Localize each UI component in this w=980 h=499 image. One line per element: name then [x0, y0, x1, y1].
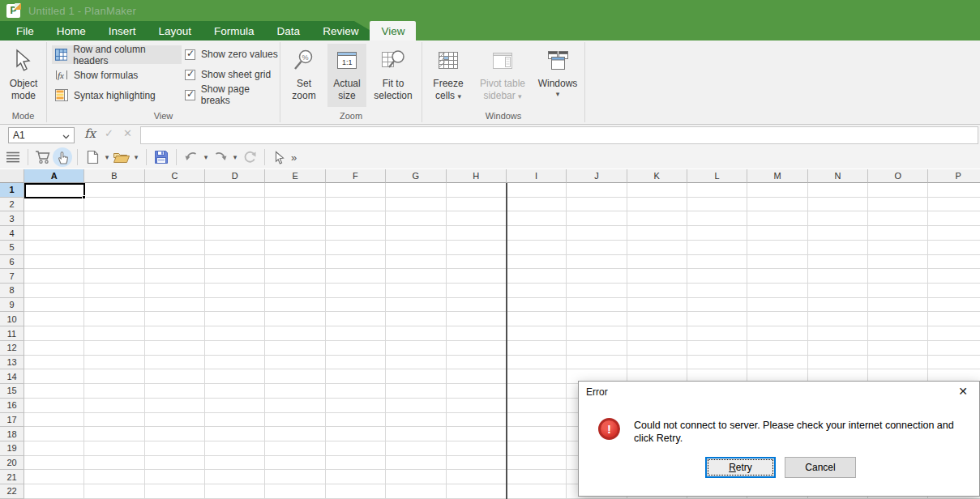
cell-G6[interactable]: [386, 255, 446, 270]
cell-J11[interactable]: [567, 326, 627, 341]
cell-I15[interactable]: [507, 384, 567, 399]
cell-P10[interactable]: [928, 312, 980, 326]
cell-J12[interactable]: [567, 341, 627, 356]
cell-B14[interactable]: [84, 369, 144, 384]
cell-K13[interactable]: [627, 356, 687, 370]
cell-A22[interactable]: [24, 484, 84, 499]
cell-F16[interactable]: [326, 399, 386, 413]
cell-G3[interactable]: [386, 211, 446, 226]
cell-M6[interactable]: [747, 255, 807, 270]
cell-F2[interactable]: [326, 198, 386, 212]
cell-I12[interactable]: [507, 341, 567, 356]
cell-D11[interactable]: [205, 326, 265, 341]
tab-review[interactable]: Review: [311, 21, 370, 41]
cell-K8[interactable]: [627, 284, 687, 298]
cell-J13[interactable]: [567, 356, 627, 370]
cell-N8[interactable]: [808, 284, 868, 298]
cell-H9[interactable]: [447, 298, 507, 313]
cell-E6[interactable]: [265, 255, 325, 270]
cell-G20[interactable]: [386, 456, 446, 471]
cell-D17[interactable]: [205, 413, 265, 428]
column-header-M[interactable]: M: [747, 169, 807, 183]
cell-C12[interactable]: [145, 341, 205, 356]
cell-I11[interactable]: [507, 326, 567, 341]
cell-P1[interactable]: [928, 183, 980, 198]
cell-H1[interactable]: [447, 183, 507, 198]
cell-D15[interactable]: [205, 384, 265, 399]
cell-D18[interactable]: [205, 427, 265, 441]
repeat-button[interactable]: [240, 147, 259, 167]
cell-L5[interactable]: [687, 241, 747, 255]
cell-H5[interactable]: [447, 241, 507, 255]
new-document-button[interactable]: [83, 147, 102, 167]
cell-M11[interactable]: [747, 326, 807, 341]
cell-H13[interactable]: [447, 356, 507, 370]
cell-O11[interactable]: [868, 326, 928, 341]
selected-cell-A1[interactable]: [24, 183, 85, 198]
cell-G12[interactable]: [386, 341, 446, 356]
cell-B6[interactable]: [84, 255, 144, 270]
cell-A14[interactable]: [24, 369, 84, 384]
row-header-14[interactable]: 14: [0, 369, 24, 384]
cell-A6[interactable]: [24, 255, 84, 270]
row-header-20[interactable]: 20: [0, 456, 24, 471]
actual-size-button[interactable]: 1:1 Actual size: [327, 44, 366, 107]
open-document-dropdown[interactable]: ▾: [131, 153, 141, 161]
cell-L13[interactable]: [687, 356, 747, 370]
cell-K6[interactable]: [627, 255, 687, 270]
cell-D13[interactable]: [205, 356, 265, 370]
cell-H18[interactable]: [447, 427, 507, 441]
column-header-B[interactable]: B: [84, 169, 144, 183]
cell-D6[interactable]: [205, 255, 265, 270]
cell-I17[interactable]: [507, 413, 567, 428]
redo-button[interactable]: [211, 147, 230, 167]
cell-D4[interactable]: [205, 226, 265, 241]
object-mode-button[interactable]: Object mode: [2, 44, 45, 107]
cell-B7[interactable]: [84, 269, 144, 284]
insert-function-button[interactable]: fx: [84, 126, 96, 141]
cell-P7[interactable]: [928, 269, 980, 284]
cell-K2[interactable]: [627, 198, 687, 212]
cell-G2[interactable]: [386, 198, 446, 212]
cell-G22[interactable]: [386, 484, 446, 499]
cell-L8[interactable]: [687, 284, 747, 298]
cell-A11[interactable]: [24, 326, 84, 341]
cell-O1[interactable]: [868, 183, 928, 198]
cell-F11[interactable]: [326, 326, 386, 341]
cell-J4[interactable]: [567, 226, 627, 241]
cell-H14[interactable]: [447, 369, 507, 384]
cell-E3[interactable]: [265, 211, 325, 226]
column-header-J[interactable]: J: [567, 169, 627, 183]
cell-B5[interactable]: [84, 241, 144, 255]
cell-G17[interactable]: [386, 413, 446, 428]
row-header-5[interactable]: 5: [0, 241, 24, 255]
cell-P4[interactable]: [928, 226, 980, 241]
cell-B19[interactable]: [84, 441, 144, 456]
cell-P6[interactable]: [928, 255, 980, 270]
cell-C8[interactable]: [145, 284, 205, 298]
cell-A13[interactable]: [24, 356, 84, 370]
cell-I13[interactable]: [507, 356, 567, 370]
cell-L10[interactable]: [687, 312, 747, 326]
cell-E11[interactable]: [265, 326, 325, 341]
column-header-K[interactable]: K: [627, 169, 687, 183]
tab-file[interactable]: File: [5, 21, 45, 41]
save-button[interactable]: [152, 147, 171, 167]
row-header-12[interactable]: 12: [0, 341, 24, 356]
cell-O6[interactable]: [868, 255, 928, 270]
cell-P3[interactable]: [928, 211, 980, 226]
cell-H10[interactable]: [447, 312, 507, 326]
cell-G14[interactable]: [386, 369, 446, 384]
cell-M9[interactable]: [747, 298, 807, 313]
cell-K7[interactable]: [627, 269, 687, 284]
cell-D9[interactable]: [205, 298, 265, 313]
cell-L9[interactable]: [687, 298, 747, 313]
cell-P12[interactable]: [928, 341, 980, 356]
cell-E1[interactable]: [265, 183, 325, 198]
cell-P11[interactable]: [928, 326, 980, 341]
cell-C2[interactable]: [145, 198, 205, 212]
cell-M1[interactable]: [747, 183, 807, 198]
row-header-7[interactable]: 7: [0, 269, 24, 284]
cell-A15[interactable]: [24, 384, 84, 399]
cell-G13[interactable]: [386, 356, 446, 370]
